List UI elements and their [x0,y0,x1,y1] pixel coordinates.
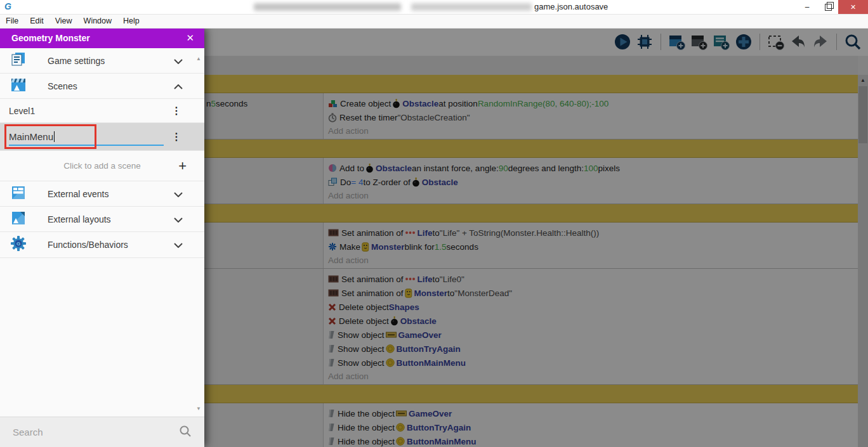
menu-file[interactable]: File [0,15,24,28]
minimize-button[interactable]: – [797,0,817,14]
project-title-header: Geometry Monster ✕ [0,28,204,48]
sidebar-item-scenes[interactable]: Scenes [0,74,204,99]
chevron-down-icon [174,55,183,67]
sidebar-item-label: Functions/Behaviors [48,240,128,250]
chevron-up-icon [174,81,183,92]
blurred-path-segment [411,3,532,11]
window-title: game.json.autosave [534,2,608,11]
plus-icon[interactable]: + [178,158,187,174]
drawer-search-bar[interactable]: Search [0,417,204,447]
close-window-button[interactable]: ✕ [838,0,868,14]
menu-edit[interactable]: Edit [24,15,49,28]
svg-text:G: G [16,241,20,247]
restore-icon [825,4,832,11]
sidebar-item-label: Game settings [48,56,105,66]
add-scene-label: Click to add a scene [0,161,204,171]
sidebar-item-functions-behaviors[interactable]: G Functions/Behaviors [0,232,204,258]
title-bar: G game.json.autosave – ✕ [0,0,868,15]
drawer-scroll-down-icon[interactable]: ▼ [196,406,201,411]
app-logo-icon: G [4,1,11,11]
functions-behaviors-icon: G [10,235,27,254]
kebab-menu-icon[interactable]: ⋮ [171,106,181,116]
external-events-icon [10,185,27,204]
project-manager-drawer: Geometry Monster ✕ Game settings Scenes … [0,28,204,447]
sidebar-item-external-layouts[interactable]: External layouts [0,207,204,232]
blurred-path-segment [254,3,401,11]
sidebar-item-label: External layouts [48,214,111,224]
sidebar-item-game-settings[interactable]: Game settings [0,48,204,74]
restore-button[interactable] [819,0,838,14]
sidebar-item-external-events[interactable]: External events [0,181,204,207]
close-drawer-button[interactable]: ✕ [186,28,194,48]
game-settings-icon [10,51,27,70]
drawer-scroll-up-icon[interactable]: ▲ [196,56,201,62]
scene-name: Level1 [9,106,35,116]
chevron-down-icon [174,214,183,225]
menu-view[interactable]: View [49,15,78,28]
chevron-down-icon [174,188,183,200]
search-input[interactable]: Search [13,427,43,437]
kebab-menu-icon[interactable]: ⋮ [171,132,181,142]
gdevelop-window: G game.json.autosave – ✕ File Edit View … [0,0,868,447]
chevron-down-icon [174,239,183,250]
menu-help[interactable]: Help [117,15,145,28]
add-scene-row[interactable]: Click to add a scene + [0,151,204,181]
menu-window[interactable]: Window [78,15,117,28]
search-icon [179,425,192,440]
scene-item-level1[interactable]: Level1 ⋮ [0,99,204,123]
sidebar-item-label: External events [48,189,109,199]
menu-bar: File Edit View Window Help [0,15,868,29]
sidebar-item-label: Scenes [48,81,77,91]
scenes-icon [10,77,27,96]
annotation-highlight-box [4,124,96,149]
project-title: Geometry Monster [11,33,90,43]
external-layouts-icon [10,210,27,229]
